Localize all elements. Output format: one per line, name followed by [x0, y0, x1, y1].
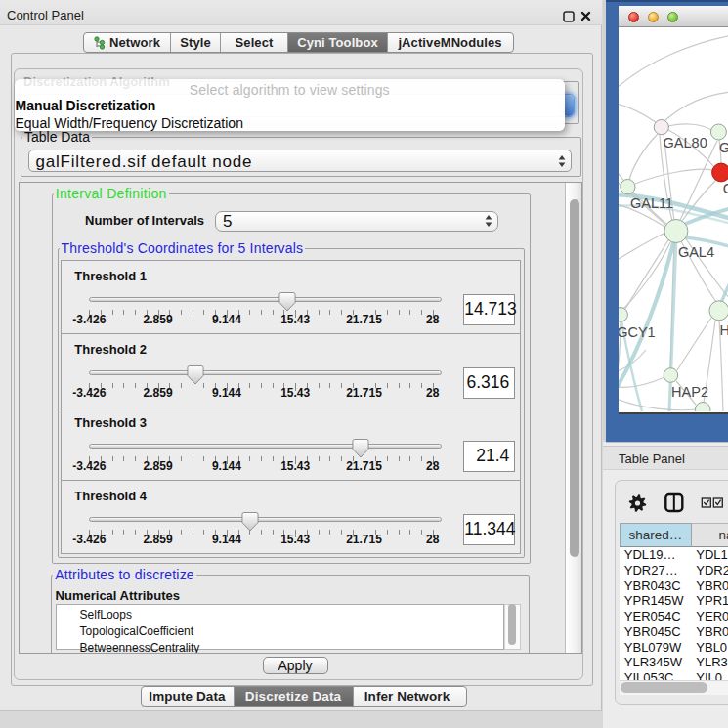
svg-text:C: C	[722, 181, 728, 196]
svg-text:GCY1: GCY1	[619, 324, 656, 340]
svg-text:H: H	[719, 322, 728, 338]
svg-text:GA: GA	[719, 140, 728, 155]
svg-text:HAP2: HAP2	[671, 384, 708, 400]
svg-text:GAL11: GAL11	[630, 195, 673, 211]
svg-text:GAL80: GAL80	[663, 135, 707, 150]
svg-text:GAL4: GAL4	[677, 244, 713, 260]
